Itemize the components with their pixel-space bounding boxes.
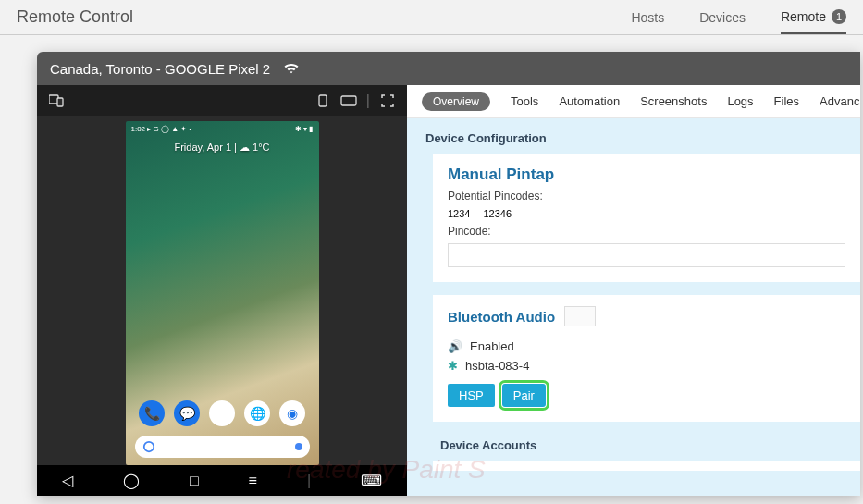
remote-window: Canada, Toronto - GOOGLE Pixel 2 | 1:02 … [37,52,860,496]
bluetooth-icon: ✱ [448,359,458,373]
nav-remote-badge: 1 [832,9,846,24]
nav-recent-button[interactable]: □ [190,473,199,489]
status-right: ✱ ▾ ▮ [295,125,313,133]
device-screen[interactable]: 1:02 ▸ G ◯ ▲ ✦ • ✱ ▾ ▮ Friday, Apr 1 | ☁… [126,121,319,465]
bluetooth-audio-title: Bluetooth Audio [448,309,555,325]
devices-icon[interactable] [48,94,65,107]
play-store-icon[interactable]: ▶ [209,400,235,426]
svg-point-4 [143,442,154,452]
status-left: 1:02 ▸ G ◯ ▲ ✦ • [131,125,192,133]
nav-remote[interactable]: Remote 1 [781,1,846,34]
google-icon [142,440,155,453]
manual-pintap-title: Manual Pintap [448,166,845,184]
hsp-button[interactable]: HSP [448,384,495,407]
nav-hosts[interactable]: Hosts [631,1,664,34]
bt-thumbnail [564,306,596,326]
svg-rect-3 [341,96,356,105]
tab-advanced[interactable]: Advanced [820,94,860,108]
wifi-icon [283,62,300,75]
pincode-value-1: 12346 [483,208,512,219]
svg-rect-1 [57,98,63,106]
nav-home-button[interactable]: ◯ [123,472,140,489]
portrait-icon[interactable] [314,94,331,107]
nav-back-button[interactable]: ◁ [62,472,73,489]
assistant-icon[interactable] [295,443,302,450]
tab-logs[interactable]: Logs [727,94,753,108]
section-device-accounts: Device Accounts [416,435,860,461]
pair-button[interactable]: Pair [502,384,546,407]
bluetooth-audio-card: Bluetooth Audio 🔊 Enabled ✱ hsbta-083-4 … [433,295,860,422]
tab-automation[interactable]: Automation [559,94,620,108]
phone-app-icon[interactable]: 📞 [139,400,165,426]
nav-menu-button[interactable]: ≡ [249,473,257,489]
pincode-input[interactable] [448,243,845,267]
tab-tools[interactable]: Tools [511,94,538,108]
pincode-value-0: 1234 [448,208,470,219]
device-accounts-card [433,461,860,471]
nav-devices[interactable]: Devices [699,1,746,34]
fullscreen-icon[interactable] [379,94,396,107]
section-device-config: Device Configuration [416,128,860,154]
tab-files[interactable]: Files [774,94,799,108]
volume-icon: 🔊 [448,339,462,353]
nav-keyboard-button[interactable]: ⌨ [361,472,382,489]
chrome-app-icon[interactable]: 🌐 [244,400,270,426]
bt-enabled-label: Enabled [470,339,514,353]
pincode-label: Pincode: [448,225,845,238]
potential-pincodes-label: Potential Pincodes: [448,190,845,203]
nav-remote-label: Remote [781,9,826,24]
camera-app-icon[interactable]: ◉ [279,400,305,426]
messages-app-icon[interactable]: 💬 [174,400,200,426]
home-date: Friday, Apr 1 | ☁ 1°C [126,141,319,154]
tab-screenshots[interactable]: Screenshots [640,94,707,108]
landscape-icon[interactable] [340,94,357,107]
bt-device-name: hsbta-083-4 [465,359,529,373]
page-title: Remote Control [17,7,631,27]
window-title: Canada, Toronto - GOOGLE Pixel 2 [50,61,270,77]
tab-overview[interactable]: Overview [422,92,490,111]
google-search-bar[interactable] [135,436,310,458]
manual-pintap-card: Manual Pintap Potential Pincodes: 1234 1… [433,154,860,282]
svg-rect-2 [319,95,327,106]
